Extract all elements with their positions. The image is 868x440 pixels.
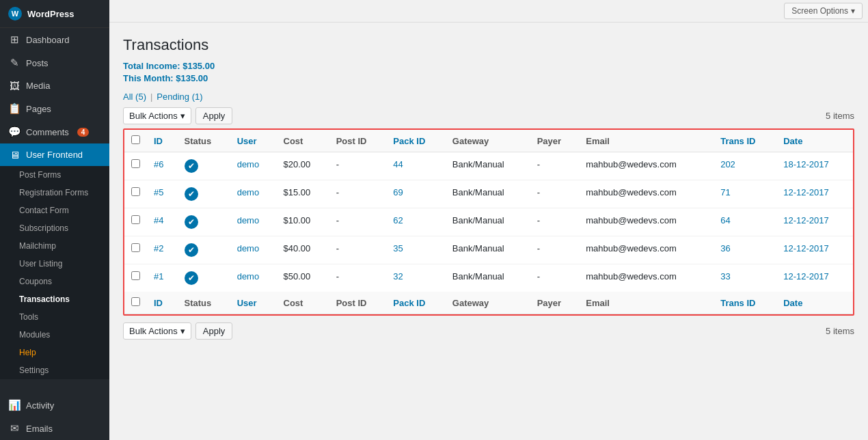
col-header-trans-id[interactable]: Trans ID	[714, 130, 776, 152]
row-status-0: ✔	[178, 152, 230, 180]
row-user-4[interactable]: demo	[230, 264, 277, 292]
col-footer-status: Status	[178, 292, 230, 314]
bulk-actions-top-arrow-icon: ▾	[180, 111, 185, 121]
apply-top-button[interactable]: Apply	[195, 107, 233, 124]
filter-pending-link[interactable]: Pending (1)	[157, 92, 202, 102]
sidebar-item-posts[interactable]: ✎ Posts	[0, 51, 109, 74]
table-footer-row: ID Status User Cost Post ID Pack ID Gate…	[124, 292, 853, 314]
row-trans-id-2[interactable]: 64	[714, 208, 776, 236]
sidebar-item-mailchimp[interactable]: Mailchimp	[0, 237, 109, 255]
row-payer-1: -	[530, 180, 580, 208]
row-user-3[interactable]: demo	[230, 236, 277, 264]
row-date-2[interactable]: 12-12-2017	[776, 208, 853, 236]
row-payer-4: -	[530, 264, 580, 292]
row-status-4: ✔	[178, 264, 230, 292]
row-trans-id-4[interactable]: 33	[714, 264, 776, 292]
col-header-user[interactable]: User	[230, 130, 277, 152]
row-checkbox-0	[124, 152, 147, 180]
filter-all-link[interactable]: All (5)	[123, 92, 146, 102]
table-row: #1 ✔ demo $50.00 - 32 Bank/Manual - mahb…	[124, 264, 853, 292]
row-trans-id-1[interactable]: 71	[714, 180, 776, 208]
apply-bottom-button[interactable]: Apply	[195, 322, 233, 340]
sidebar-item-transactions[interactable]: Transactions	[0, 290, 109, 308]
row-select-3[interactable]	[131, 243, 140, 252]
row-select-2[interactable]	[131, 215, 140, 224]
screen-options-label: Screen Options	[791, 6, 848, 16]
col-footer-user[interactable]: User	[230, 292, 277, 314]
sidebar-item-post-forms[interactable]: Post Forms	[0, 166, 109, 184]
sidebar-item-emails[interactable]: ✉ Emails	[0, 417, 109, 440]
col-header-gateway: Gateway	[446, 130, 530, 152]
row-id-2[interactable]: #4	[147, 208, 178, 236]
col-header-date[interactable]: Date	[776, 130, 853, 152]
row-date-1[interactable]: 12-12-2017	[776, 180, 853, 208]
status-check-icon-4: ✔	[185, 271, 198, 285]
row-user-0[interactable]: demo	[230, 152, 277, 180]
col-header-pack-id[interactable]: Pack ID	[386, 130, 446, 152]
total-income-line: Total Income: $135.00	[123, 61, 854, 71]
row-trans-id-0[interactable]: 202	[714, 152, 776, 180]
bulk-actions-bottom-select[interactable]: Bulk Actions ▾	[123, 322, 191, 340]
row-gateway-3: Bank/Manual	[446, 236, 530, 264]
sidebar-item-dashboard[interactable]: ⊞ Dashboard	[0, 28, 109, 51]
row-post-id-4: -	[329, 264, 387, 292]
sidebar-item-settings[interactable]: Settings	[0, 361, 109, 379]
row-date-0[interactable]: 18-12-2017	[776, 152, 853, 180]
row-pack-id-3[interactable]: 35	[386, 236, 446, 264]
sidebar-item-help[interactable]: Help	[0, 344, 109, 361]
row-pack-id-1[interactable]: 69	[386, 180, 446, 208]
col-header-status: Status	[178, 130, 230, 152]
select-all-checkbox-bottom[interactable]	[131, 297, 140, 306]
row-user-2[interactable]: demo	[230, 208, 277, 236]
sidebar-item-contact-form[interactable]: Contact Form	[0, 202, 109, 219]
row-date-4[interactable]: 12-12-2017	[776, 264, 853, 292]
bulk-actions-top-label: Bulk Actions	[129, 111, 178, 121]
header-checkbox-col	[124, 130, 147, 152]
row-select-1[interactable]	[131, 187, 140, 196]
row-gateway-1: Bank/Manual	[446, 180, 530, 208]
media-icon: 🖼	[8, 80, 21, 92]
screen-options-chevron-icon: ▾	[851, 6, 855, 16]
col-header-id[interactable]: ID	[147, 130, 178, 152]
sidebar-item-comments[interactable]: 💬 Comments 4	[0, 120, 109, 143]
sidebar-item-tools[interactable]: Tools	[0, 308, 109, 326]
sidebar-item-media[interactable]: 🖼 Media	[0, 74, 109, 97]
row-trans-id-3[interactable]: 36	[714, 236, 776, 264]
row-id-3[interactable]: #2	[147, 236, 178, 264]
bulk-actions-bottom-label: Bulk Actions	[129, 326, 178, 336]
this-month-line: This Month: $135.00	[123, 73, 854, 83]
sidebar-item-registration-forms[interactable]: Registration Forms	[0, 184, 109, 202]
sidebar-item-activity[interactable]: 📊 Activity	[0, 394, 109, 417]
row-select-4[interactable]	[131, 271, 140, 280]
col-footer-pack-id[interactable]: Pack ID	[386, 292, 446, 314]
col-footer-date[interactable]: Date	[776, 292, 853, 314]
row-date-3[interactable]: 12-12-2017	[776, 236, 853, 264]
sidebar-item-user-listing[interactable]: User Listing	[0, 255, 109, 273]
row-post-id-0: -	[329, 152, 387, 180]
row-id-1[interactable]: #5	[147, 180, 178, 208]
row-pack-id-2[interactable]: 62	[386, 208, 446, 236]
col-footer-trans-id[interactable]: Trans ID	[714, 292, 776, 314]
col-footer-id[interactable]: ID	[147, 292, 178, 314]
sidebar-item-modules[interactable]: Modules	[0, 326, 109, 344]
posts-icon: ✎	[8, 57, 21, 69]
table-body: #6 ✔ demo $20.00 - 44 Bank/Manual - mahb…	[124, 152, 853, 292]
row-pack-id-0[interactable]: 44	[386, 152, 446, 180]
sidebar: W WordPress ⊞ Dashboard ✎ Posts 🖼 Media …	[0, 0, 109, 440]
row-user-1[interactable]: demo	[230, 180, 277, 208]
bulk-actions-top-select[interactable]: Bulk Actions ▾	[123, 107, 191, 124]
dashboard-icon: ⊞	[8, 33, 21, 46]
user-frontend-icon: 🖥	[8, 149, 21, 161]
select-all-checkbox-top[interactable]	[131, 135, 140, 144]
topbar: Screen Options ▾	[109, 0, 868, 23]
row-select-0[interactable]	[131, 159, 140, 168]
row-id-0[interactable]: #6	[147, 152, 178, 180]
sidebar-item-pages[interactable]: 📋 Pages	[0, 97, 109, 120]
row-id-4[interactable]: #1	[147, 264, 178, 292]
page-title: Transactions	[123, 36, 854, 54]
row-pack-id-4[interactable]: 32	[386, 264, 446, 292]
sidebar-item-coupons[interactable]: Coupons	[0, 273, 109, 290]
sidebar-item-subscriptions[interactable]: Subscriptions	[0, 219, 109, 237]
screen-options-button[interactable]: Screen Options ▾	[784, 3, 863, 19]
sidebar-item-user-frontend[interactable]: 🖥 User Frontend	[0, 143, 109, 166]
